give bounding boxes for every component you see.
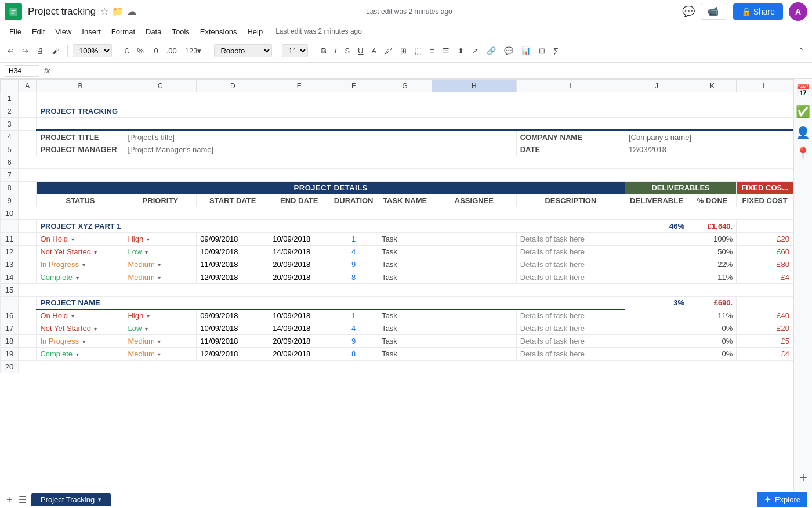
add-sidebar-icon[interactable]: ＋: [797, 469, 810, 486]
pct-11[interactable]: 100%: [688, 233, 736, 246]
project-title-label[interactable]: PROJECT TITLE: [37, 131, 124, 143]
col-status-header[interactable]: STATUS: [37, 194, 124, 207]
desc-18[interactable]: Details of task here: [516, 335, 625, 348]
cell-fg5[interactable]: [378, 143, 517, 156]
priority-16[interactable]: High ▾: [124, 309, 197, 322]
pct-17[interactable]: 0%: [688, 322, 736, 335]
pct-18[interactable]: 0%: [688, 335, 736, 348]
currency-button[interactable]: £: [122, 45, 132, 57]
comments-button[interactable]: 💬: [682, 5, 695, 18]
col-duration-header[interactable]: DURATION: [329, 194, 378, 207]
function-button[interactable]: ∑: [550, 45, 561, 57]
enddate-12[interactable]: 14/09/2018: [269, 246, 329, 258]
menu-view[interactable]: View: [50, 26, 76, 37]
costs-header[interactable]: FIXED COS...: [737, 182, 793, 194]
col-header-e[interactable]: E: [269, 80, 329, 92]
cost-18[interactable]: £5: [737, 335, 793, 348]
status-18[interactable]: In Progress ▾: [37, 335, 124, 348]
col-task-name-header[interactable]: TASK NAME: [378, 194, 432, 207]
project-manager-label[interactable]: PROJECT MANAGER: [37, 143, 124, 156]
avatar[interactable]: A: [789, 2, 807, 21]
assignee-18[interactable]: [432, 335, 517, 348]
font-select[interactable]: Roboto: [214, 44, 272, 57]
format-button[interactable]: 123▾: [182, 45, 205, 57]
startdate-19[interactable]: 12/09/2018: [197, 348, 269, 361]
status-11[interactable]: On Hold ▾: [37, 233, 124, 246]
assignee-11[interactable]: [432, 233, 517, 246]
underline-button[interactable]: U: [355, 45, 366, 57]
sheet-title[interactable]: PROJECT TRACKING: [37, 105, 793, 118]
col-end-date-header[interactable]: END DATE: [269, 194, 329, 207]
enddate-19[interactable]: 20/09/2018: [269, 348, 329, 361]
sheet-tab-dropdown[interactable]: ▾: [98, 496, 102, 503]
col-description-header[interactable]: DESCRIPTION: [516, 194, 625, 207]
task-19[interactable]: Task: [378, 348, 432, 361]
duration-18[interactable]: 9: [329, 335, 378, 348]
desc-17[interactable]: Details of task here: [516, 322, 625, 335]
cell-fg4[interactable]: [378, 131, 517, 143]
task-14[interactable]: Task: [378, 271, 432, 284]
maps-sidebar-icon[interactable]: 📍: [796, 146, 810, 160]
percent-button[interactable]: %: [134, 45, 147, 57]
priority-18[interactable]: Medium ▾: [124, 335, 197, 348]
rotate-button[interactable]: ↗: [469, 45, 481, 57]
desc-19[interactable]: Details of task here: [516, 348, 625, 361]
cost-14[interactable]: £4: [737, 271, 793, 284]
menu-format[interactable]: Format: [107, 26, 140, 37]
col-start-date-header[interactable]: START DATE: [197, 194, 269, 207]
duration-16[interactable]: 1: [329, 309, 378, 322]
col-assignee-header[interactable]: ASSIGNEE: [432, 194, 517, 207]
status-14[interactable]: Complete ▾: [37, 271, 124, 284]
cell-a13[interactable]: [19, 258, 37, 271]
col-header-g[interactable]: G: [378, 80, 432, 92]
col-header-c[interactable]: C: [124, 80, 197, 92]
decimal-inc-button[interactable]: .00: [164, 45, 180, 57]
project1-cost[interactable]: £1,640.: [688, 220, 736, 233]
status-12[interactable]: Not Yet Started ▾: [37, 246, 124, 258]
enddate-13[interactable]: 20/09/2018: [269, 258, 329, 271]
project-manager-value[interactable]: [Project Manager's name]: [124, 143, 378, 156]
sheet-tab-project-tracking[interactable]: Project Tracking ▾: [31, 493, 111, 506]
task-16[interactable]: Task: [378, 309, 432, 322]
col-deliverable-header[interactable]: DELIVERABLE: [625, 194, 688, 207]
duration-11[interactable]: 1: [329, 233, 378, 246]
col-fixed-cost-header[interactable]: FIXED COST: [737, 194, 793, 207]
cell-a19[interactable]: [19, 348, 37, 361]
duration-13[interactable]: 9: [329, 258, 378, 271]
menu-file[interactable]: File: [5, 26, 26, 37]
project2-cost[interactable]: £690.: [688, 297, 736, 309]
menu-insert[interactable]: Insert: [77, 26, 106, 37]
menu-tools[interactable]: Tools: [167, 26, 194, 37]
cell-a3[interactable]: [19, 118, 37, 131]
pct-12[interactable]: 50%: [688, 246, 736, 258]
cell-reference-input[interactable]: [5, 65, 39, 77]
zoom-select[interactable]: 100%: [72, 44, 112, 57]
enddate-14[interactable]: 20/09/2018: [269, 271, 329, 284]
cell-a18[interactable]: [19, 335, 37, 348]
valign-button[interactable]: ⬍: [455, 45, 467, 57]
col-header-j[interactable]: J: [625, 80, 688, 92]
cost-16[interactable]: £40: [737, 309, 793, 322]
cell-c1[interactable]: [124, 92, 793, 105]
col-header-f[interactable]: F: [329, 80, 378, 92]
desc-16[interactable]: Details of task here: [516, 309, 625, 322]
startdate-13[interactable]: 11/09/2018: [197, 258, 269, 271]
deliverable-13[interactable]: [625, 258, 688, 271]
desc-14[interactable]: Details of task here: [516, 271, 625, 284]
cell-a16[interactable]: [19, 309, 37, 322]
star-icon[interactable]: ☆: [100, 6, 108, 17]
menu-edit[interactable]: Edit: [27, 26, 49, 37]
status-17[interactable]: Not Yet Started ▾: [37, 322, 124, 335]
menu-data[interactable]: Data: [141, 26, 166, 37]
assignee-17[interactable]: [432, 322, 517, 335]
deliverable-17[interactable]: [625, 322, 688, 335]
col-header-a[interactable]: A: [19, 80, 37, 92]
task-12[interactable]: Task: [378, 246, 432, 258]
cell-20[interactable]: [19, 361, 793, 373]
col-header-i[interactable]: I: [516, 80, 625, 92]
deliverable-14[interactable]: [625, 271, 688, 284]
col-header-d[interactable]: D: [197, 80, 269, 92]
status-19[interactable]: Complete ▾: [37, 348, 124, 361]
cost-19[interactable]: £4: [737, 348, 793, 361]
task-13[interactable]: Task: [378, 258, 432, 271]
